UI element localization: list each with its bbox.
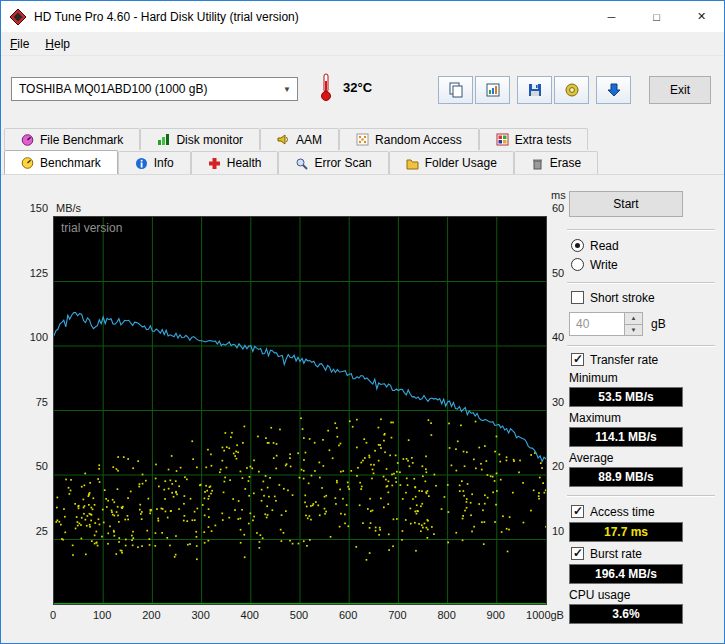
chart-canvas	[54, 217, 546, 604]
y-left-tick: 100	[1, 331, 48, 343]
read-radio[interactable]: Read	[571, 238, 619, 253]
y-left-tick: 50	[1, 460, 48, 472]
average-value: 88.9 MB/s	[569, 467, 683, 487]
hdtune-logo-icon	[9, 8, 27, 26]
benchmark-icon	[21, 156, 34, 169]
tab-error-scan[interactable]: Error Scan	[278, 151, 388, 174]
copy-image-icon	[485, 82, 501, 98]
access-time-label: Access time	[590, 505, 655, 519]
tab-extra-tests[interactable]: Extra tests	[479, 128, 589, 150]
benchmark-chart: trial version	[53, 216, 547, 605]
speaker-icon	[277, 133, 290, 146]
start-button[interactable]: Start	[569, 191, 683, 217]
info-icon	[135, 157, 148, 170]
tab-random-access[interactable]: Random Access	[339, 128, 479, 150]
short-stroke-checkbox[interactable]: Short stroke	[571, 290, 655, 305]
minimum-value: 53.5 MB/s	[569, 387, 683, 407]
burst-rate-checkbox[interactable]: Burst rate	[571, 546, 642, 561]
separator	[567, 282, 715, 284]
access-time-check-indicator	[571, 505, 584, 518]
short-stroke-spinner[interactable]: 40 ▲ ▼	[569, 312, 643, 336]
maximum-label: Maximum	[569, 411, 621, 425]
random-access-icon	[356, 133, 369, 146]
trash-icon	[531, 157, 544, 170]
toolbar: TOSHIBA MQ01ABD100 (1000 gB) ▼ 32°C	[1, 56, 724, 120]
folder-icon	[406, 157, 419, 170]
tab-file-benchmark[interactable]: File Benchmark	[4, 128, 140, 150]
y-left-tick: 25	[1, 525, 48, 537]
tab-health[interactable]: Health	[191, 151, 279, 174]
y-left-tick: 75	[1, 396, 48, 408]
read-label: Read	[590, 239, 619, 253]
copy-screenshot-button[interactable]	[475, 76, 510, 104]
access-time-checkbox[interactable]: Access time	[571, 504, 655, 519]
tabpage-divider	[1, 174, 724, 175]
drive-select-combobox[interactable]: TOSHIBA MQ01ABD100 (1000 gB) ▼	[11, 77, 298, 101]
read-radio-indicator	[571, 239, 584, 252]
tab-label: Random Access	[375, 133, 462, 147]
maximum-value: 114.1 MB/s	[569, 427, 683, 447]
burst-rate-label: Burst rate	[590, 547, 642, 561]
file-benchmark-icon	[21, 133, 34, 146]
tab-erase[interactable]: Erase	[514, 151, 598, 174]
write-radio[interactable]: Write	[571, 257, 618, 272]
tab-label: Info	[154, 156, 174, 170]
exit-button[interactable]: Exit	[649, 76, 711, 104]
trial-watermark: trial version	[61, 221, 122, 235]
burst-rate-check-indicator	[571, 547, 584, 560]
menu-help[interactable]: Help	[38, 34, 77, 54]
tab-aam[interactable]: AAM	[260, 128, 339, 150]
tab-label: Health	[227, 156, 262, 170]
cpu-usage-label: CPU usage	[569, 588, 630, 602]
tab-benchmark[interactable]: Benchmark	[4, 150, 118, 174]
menu-file[interactable]: File	[3, 34, 36, 54]
save-icon	[527, 82, 543, 98]
burst-rate-value: 196.4 MB/s	[569, 564, 683, 584]
y-left-tick: 125	[1, 267, 48, 279]
write-radio-indicator	[571, 258, 584, 271]
tab-folder-usage[interactable]: Folder Usage	[389, 151, 514, 174]
separator	[567, 345, 715, 347]
save-screenshot-button[interactable]	[517, 76, 552, 104]
magnifier-icon	[295, 157, 308, 170]
spinner-down-icon[interactable]: ▼	[625, 325, 643, 337]
export-icon	[564, 82, 580, 98]
tab-label: Benchmark	[40, 156, 101, 170]
separator	[567, 229, 715, 231]
tab-label: Error Scan	[314, 156, 371, 170]
close-button[interactable]: ✕	[679, 1, 724, 32]
y-left-tick: 150	[1, 202, 48, 214]
menubar: File Help	[1, 32, 724, 56]
window-controls: ─ □ ✕	[589, 1, 724, 32]
tab-label: Folder Usage	[425, 156, 497, 170]
tab-info[interactable]: Info	[118, 151, 191, 174]
copy-text-button[interactable]	[438, 76, 473, 104]
separator	[567, 495, 715, 497]
disk-monitor-icon	[157, 133, 170, 146]
app-logo-icon	[9, 8, 27, 26]
save-results-button[interactable]	[596, 76, 631, 104]
tab-row-top: File Benchmark Disk monitor AAM	[4, 127, 588, 150]
write-label: Write	[590, 258, 618, 272]
minimum-label: Minimum	[569, 371, 618, 385]
access-time-value: 17.7 ms	[569, 522, 683, 542]
cpu-usage-value: 3.6%	[569, 604, 683, 624]
y-left-axis-unit: MB/s	[56, 202, 81, 214]
health-cross-icon	[208, 157, 221, 170]
tab-disk-monitor[interactable]: Disk monitor	[140, 128, 260, 150]
tab-label: AAM	[296, 133, 322, 147]
extra-tests-icon	[496, 133, 509, 146]
average-label: Average	[569, 451, 613, 465]
temperature-value: 32°C	[343, 80, 372, 95]
drive-select-value: TOSHIBA MQ01ABD100 (1000 gB)	[19, 82, 283, 96]
tab-row-bottom: Benchmark Info Health Error Scan	[4, 150, 598, 174]
short-stroke-value: 40	[569, 312, 625, 336]
transfer-rate-label: Transfer rate	[590, 353, 658, 367]
copy-icon	[448, 82, 464, 98]
export-results-button[interactable]	[554, 76, 589, 104]
minimize-button[interactable]: ─	[589, 1, 634, 32]
spinner-up-icon[interactable]: ▲	[625, 312, 643, 325]
maximize-button[interactable]: □	[634, 1, 679, 32]
transfer-rate-checkbox[interactable]: Transfer rate	[571, 352, 658, 367]
tab-label: Extra tests	[515, 133, 572, 147]
